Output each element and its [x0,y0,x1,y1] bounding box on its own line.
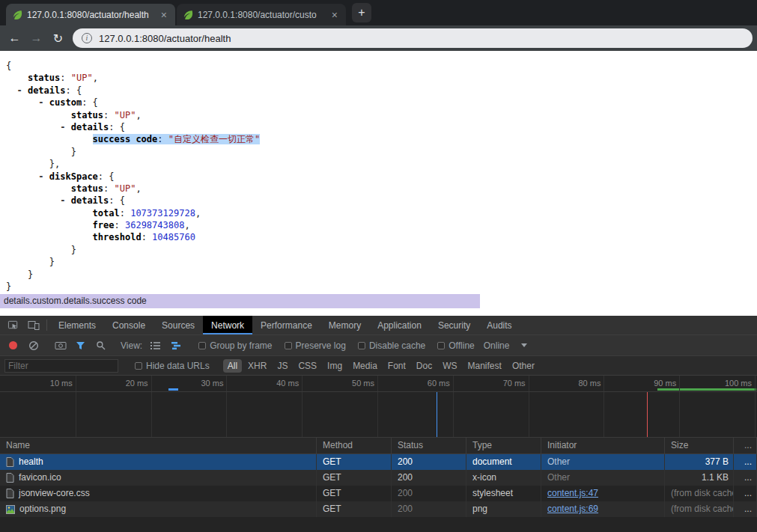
filter-type-js[interactable]: JS [273,359,292,373]
json-token: , [136,110,141,120]
column-header-method[interactable]: Method [317,438,392,453]
request-method-cell: GET [317,454,392,470]
clear-button[interactable] [23,340,43,351]
json-token: 10485760 [152,232,195,242]
overview-dcl-mark [168,388,178,391]
filter-type-ws[interactable]: WS [438,359,461,373]
forward-button[interactable]: → [26,28,46,49]
checkbox-hide-data-urls[interactable]: Hide data URLs [135,361,210,371]
tab-close-icon[interactable]: × [159,10,169,20]
timeline-gridline [377,376,378,391]
request-type-cell: stylesheet [466,486,541,501]
filter-type-media[interactable]: Media [348,359,382,373]
network-request-row[interactable]: favicon.icoGET200x-iconOther1.1 KB... [0,470,757,486]
collapse-toggle[interactable]: - [60,195,70,206]
filter-type-doc[interactable]: Doc [412,359,437,373]
request-name: favicon.ico [19,470,61,486]
json-token: : [60,73,70,83]
filter-type-other[interactable]: Other [508,359,539,373]
waterfall-view-icon[interactable] [165,341,186,350]
filter-type-img[interactable]: Img [323,359,347,373]
collapse-toggle[interactable]: - [16,85,27,96]
timeline-gridline [76,392,76,437]
devtools-tab-network[interactable]: Network [203,316,252,334]
checkbox-offline[interactable]: Offline [437,340,474,351]
request-initiator-cell: content.js:69 [541,501,665,517]
checkbox-label: Disable cache [369,340,425,351]
initiator-link[interactable]: content.js:47 [547,488,598,498]
browser-tab[interactable]: 127.0.0.1:8080/actuator/health× [6,4,175,25]
network-table-body: healthGET200documentOther377 B...favicon… [0,454,757,517]
devtools-tab-sources[interactable]: Sources [153,316,203,334]
json-line: } [6,281,757,293]
json-token: "UP" [115,110,136,120]
request-method-cell: GET [317,470,392,486]
network-request-row[interactable]: healthGET200documentOther377 B... [0,454,757,470]
devtools-tab-security[interactable]: Security [430,316,478,334]
inspect-element-icon[interactable] [3,316,23,334]
address-bar[interactable]: i 127.0.0.1:8080/actuator/health [73,28,753,48]
json-token: }, [6,159,60,169]
tab-close-icon[interactable]: × [329,10,340,20]
network-request-row[interactable]: jsonview-core.cssGET200stylesheetcontent… [0,486,757,501]
throttling-select[interactable]: Online [484,340,528,351]
browser-tab[interactable]: 127.0.0.1:8080/actuator/custo× [177,4,346,25]
json-token: diskSpace [49,171,98,182]
column-header-status[interactable]: Status [392,438,466,453]
filter-type-font[interactable]: Font [383,359,410,373]
timeline-tick-label: 60 ms [405,379,450,388]
column-header-initiator[interactable]: Initiator [541,438,665,453]
initiator-link[interactable]: content.js:69 [547,504,598,514]
devtools-tab-console[interactable]: Console [104,316,153,334]
tab-title: 127.0.0.1:8080/actuator/health [27,10,154,20]
screenshot-capture-icon[interactable] [50,341,70,350]
navigation-bar: ← → ↻ i 127.0.0.1:8080/actuator/health [0,25,757,51]
filter-type-xhr[interactable]: XHR [243,359,271,373]
filter-type-css[interactable]: CSS [294,359,321,373]
devtools-tab-application[interactable]: Application [369,316,430,334]
devtools-tab-audits[interactable]: Audits [478,316,520,334]
devtools-tab-elements[interactable]: Elements [50,316,104,334]
request-status-cell: 200 [392,454,466,470]
collapse-toggle[interactable]: - [38,97,49,108]
checkbox-group-by-frame[interactable]: Group by frame [198,340,272,351]
page-info-icon[interactable]: i [82,33,92,43]
view-label: View: [121,340,142,351]
checkbox-preserve-log[interactable]: Preserve log [285,340,346,351]
column-header-type[interactable]: Type [466,438,541,453]
column-header-name[interactable]: Name [0,438,317,453]
device-toolbar-icon[interactable] [23,316,43,334]
record-button[interactable] [3,341,23,349]
checkbox-label: Group by frame [210,340,272,351]
network-toolbar: View: Group by framePreserve logDisable … [0,335,757,356]
column-header-more[interactable]: ... [734,438,757,453]
filter-icon[interactable] [70,341,91,350]
json-token: , [93,73,98,83]
filter-type-all[interactable]: All [223,359,242,373]
search-icon[interactable] [91,340,111,350]
checkbox-box [135,362,142,370]
filter-type-manifest[interactable]: Manifest [463,359,506,373]
devtools-tab-performance[interactable]: Performance [252,316,320,334]
filter-input[interactable] [4,359,118,373]
list-view-icon[interactable] [145,341,165,350]
divider [46,319,47,331]
column-header-size[interactable]: Size [665,438,734,453]
devtools-tab-bar: ElementsConsoleSourcesNetworkPerformance… [0,316,757,335]
checkbox-disable-cache[interactable]: Disable cache [358,340,425,351]
timeline-gridline [377,392,378,437]
refresh-button[interactable]: ↻ [48,28,68,49]
json-token: 36298743808 [125,220,184,230]
devtools-tab-memory[interactable]: Memory [320,316,369,334]
timeline-tick-label: 50 ms [329,379,374,388]
collapse-toggle[interactable]: - [60,122,70,132]
collapse-toggle[interactable]: - [38,171,49,182]
network-request-row[interactable]: options.pngGET200pngcontent.js:69(from d… [0,501,757,517]
json-token [6,110,71,120]
request-size-cell: (from disk cache) [665,501,734,517]
browser-window: 127.0.0.1:8080/actuator/health×127.0.0.1… [0,0,757,532]
timeline-tick-label: 40 ms [254,379,299,388]
new-tab-button[interactable]: + [352,3,371,22]
back-button[interactable]: ← [4,28,25,49]
json-token: : { [82,97,98,108]
